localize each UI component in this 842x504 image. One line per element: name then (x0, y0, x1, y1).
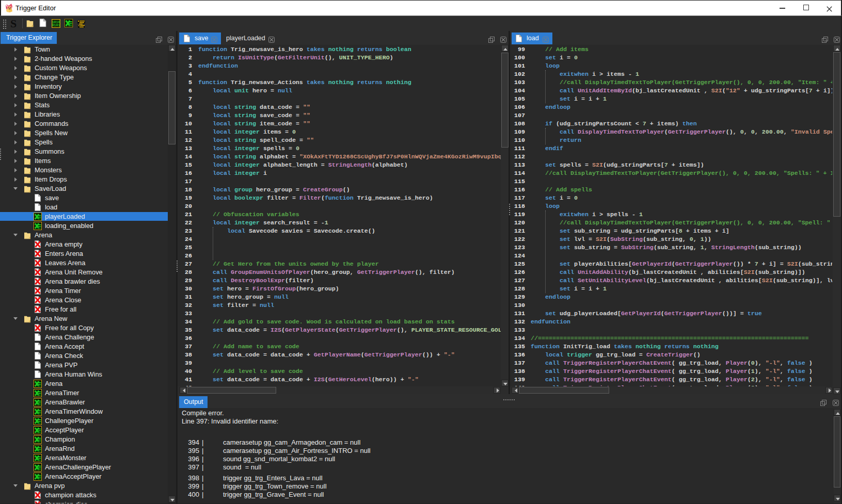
svg-text:S: S (10, 19, 17, 29)
svg-text:0101: 0101 (52, 24, 60, 27)
